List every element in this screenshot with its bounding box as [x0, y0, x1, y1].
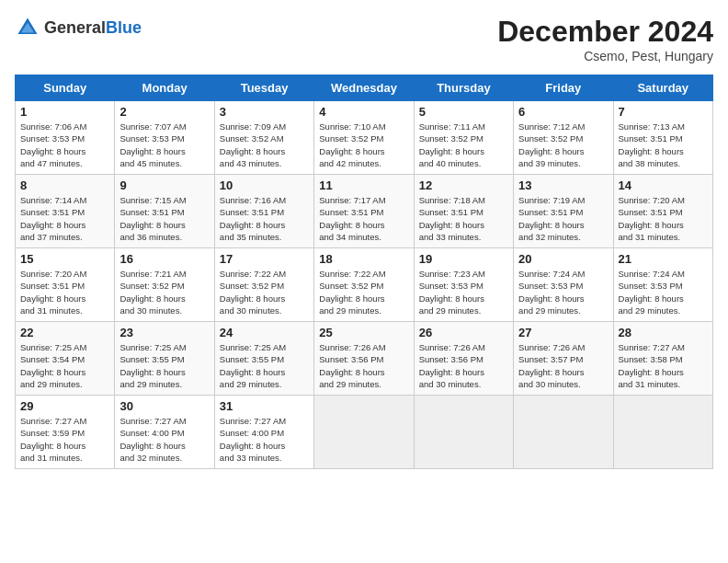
day-number-6: 6	[518, 105, 608, 119]
day-cell-16: 16Sunrise: 7:21 AMSunset: 3:52 PMDayligh…	[115, 248, 214, 322]
logo-blue-text: Blue	[106, 18, 142, 37]
day-info-1: Sunrise: 7:06 AMSunset: 3:53 PMDaylight:…	[20, 121, 109, 169]
day-number-10: 10	[220, 178, 309, 192]
day-number-20: 20	[518, 252, 608, 266]
logo-general-text: General	[44, 18, 106, 37]
week-row-4: 22Sunrise: 7:25 AMSunset: 3:54 PMDayligh…	[16, 322, 713, 396]
day-number-19: 19	[419, 252, 508, 266]
empty-cell	[613, 396, 712, 469]
day-number-18: 18	[319, 252, 408, 266]
day-info-25: Sunrise: 7:26 AMSunset: 3:56 PMDaylight:…	[319, 341, 408, 390]
day-cell-18: 18Sunrise: 7:22 AMSunset: 3:52 PMDayligh…	[314, 248, 414, 322]
day-number-16: 16	[119, 252, 209, 266]
col-wednesday: Wednesday	[314, 75, 414, 101]
day-cell-23: 23Sunrise: 7:25 AMSunset: 3:55 PMDayligh…	[115, 322, 214, 396]
col-thursday: Thursday	[414, 75, 513, 101]
day-cell-27: 27Sunrise: 7:26 AMSunset: 3:57 PMDayligh…	[514, 322, 613, 396]
day-cell-2: 2Sunrise: 7:07 AMSunset: 3:53 PMDaylight…	[115, 101, 214, 175]
day-cell-14: 14Sunrise: 7:20 AMSunset: 3:51 PMDayligh…	[613, 175, 712, 248]
day-number-21: 21	[619, 252, 708, 266]
day-number-15: 15	[20, 252, 109, 266]
day-info-2: Sunrise: 7:07 AMSunset: 3:53 PMDaylight:…	[119, 121, 209, 169]
day-number-7: 7	[619, 105, 708, 119]
day-cell-12: 12Sunrise: 7:18 AMSunset: 3:51 PMDayligh…	[414, 175, 513, 248]
day-cell-30: 30Sunrise: 7:27 AMSunset: 4:00 PMDayligh…	[115, 396, 214, 469]
day-info-16: Sunrise: 7:21 AMSunset: 3:52 PMDaylight:…	[119, 268, 209, 316]
day-cell-15: 15Sunrise: 7:20 AMSunset: 3:51 PMDayligh…	[16, 248, 115, 322]
logo-icon	[15, 15, 40, 40]
day-number-25: 25	[319, 326, 408, 339]
day-number-30: 30	[119, 399, 209, 413]
day-cell-20: 20Sunrise: 7:24 AMSunset: 3:53 PMDayligh…	[514, 248, 613, 322]
day-info-5: Sunrise: 7:11 AMSunset: 3:52 PMDaylight:…	[419, 121, 508, 169]
day-number-4: 4	[319, 105, 408, 119]
empty-cell	[314, 396, 414, 469]
day-number-24: 24	[220, 326, 309, 339]
page-header: GeneralBlue December 2024 Csemo, Pest, H…	[15, 15, 713, 63]
day-number-11: 11	[319, 178, 408, 192]
day-number-12: 12	[419, 178, 508, 192]
day-number-2: 2	[119, 105, 209, 119]
day-info-22: Sunrise: 7:25 AMSunset: 3:54 PMDaylight:…	[20, 341, 109, 390]
day-info-7: Sunrise: 7:13 AMSunset: 3:51 PMDaylight:…	[619, 121, 708, 169]
day-info-27: Sunrise: 7:26 AMSunset: 3:57 PMDaylight:…	[518, 341, 608, 390]
day-info-8: Sunrise: 7:14 AMSunset: 3:51 PMDaylight:…	[20, 194, 109, 243]
title-block: December 2024 Csemo, Pest, Hungary	[497, 15, 713, 63]
day-info-17: Sunrise: 7:22 AMSunset: 3:52 PMDaylight:…	[220, 268, 309, 316]
day-number-14: 14	[619, 178, 708, 192]
day-info-23: Sunrise: 7:25 AMSunset: 3:55 PMDaylight:…	[119, 341, 209, 390]
day-number-27: 27	[518, 326, 608, 339]
day-info-20: Sunrise: 7:24 AMSunset: 3:53 PMDaylight:…	[518, 268, 608, 316]
day-number-23: 23	[119, 326, 209, 339]
day-number-13: 13	[518, 178, 608, 192]
day-cell-22: 22Sunrise: 7:25 AMSunset: 3:54 PMDayligh…	[16, 322, 115, 396]
day-cell-31: 31Sunrise: 7:27 AMSunset: 4:00 PMDayligh…	[214, 396, 313, 469]
day-info-24: Sunrise: 7:25 AMSunset: 3:55 PMDaylight:…	[220, 341, 309, 390]
day-info-3: Sunrise: 7:09 AMSunset: 3:52 AMDaylight:…	[220, 121, 309, 169]
col-tuesday: Tuesday	[214, 75, 313, 101]
calendar-table: Sunday Monday Tuesday Wednesday Thursday…	[15, 75, 713, 469]
week-row-2: 8Sunrise: 7:14 AMSunset: 3:51 PMDaylight…	[16, 175, 713, 248]
day-cell-13: 13Sunrise: 7:19 AMSunset: 3:51 PMDayligh…	[514, 175, 613, 248]
day-info-15: Sunrise: 7:20 AMSunset: 3:51 PMDaylight:…	[20, 268, 109, 316]
day-info-18: Sunrise: 7:22 AMSunset: 3:52 PMDaylight:…	[319, 268, 408, 316]
day-info-26: Sunrise: 7:26 AMSunset: 3:56 PMDaylight:…	[419, 341, 508, 390]
day-info-9: Sunrise: 7:15 AMSunset: 3:51 PMDaylight:…	[119, 194, 209, 243]
week-row-1: 1Sunrise: 7:06 AMSunset: 3:53 PMDaylight…	[16, 101, 713, 175]
logo: GeneralBlue	[15, 15, 142, 40]
calendar-header-row: Sunday Monday Tuesday Wednesday Thursday…	[16, 75, 713, 101]
day-number-28: 28	[619, 326, 708, 339]
day-info-28: Sunrise: 7:27 AMSunset: 3:58 PMDaylight:…	[619, 341, 708, 390]
day-number-22: 22	[20, 326, 109, 339]
week-row-5: 29Sunrise: 7:27 AMSunset: 3:59 PMDayligh…	[16, 396, 713, 469]
col-saturday: Saturday	[613, 75, 712, 101]
day-number-5: 5	[419, 105, 508, 119]
day-info-19: Sunrise: 7:23 AMSunset: 3:53 PMDaylight:…	[419, 268, 508, 316]
day-cell-1: 1Sunrise: 7:06 AMSunset: 3:53 PMDaylight…	[16, 101, 115, 175]
day-cell-3: 3Sunrise: 7:09 AMSunset: 3:52 AMDaylight…	[214, 101, 313, 175]
day-cell-9: 9Sunrise: 7:15 AMSunset: 3:51 PMDaylight…	[115, 175, 214, 248]
day-info-31: Sunrise: 7:27 AMSunset: 4:00 PMDaylight:…	[220, 415, 309, 464]
day-cell-29: 29Sunrise: 7:27 AMSunset: 3:59 PMDayligh…	[16, 396, 115, 469]
month-title: December 2024	[497, 15, 713, 49]
day-number-26: 26	[419, 326, 508, 339]
day-number-9: 9	[119, 178, 209, 192]
day-cell-8: 8Sunrise: 7:14 AMSunset: 3:51 PMDaylight…	[16, 175, 115, 248]
day-info-11: Sunrise: 7:17 AMSunset: 3:51 PMDaylight:…	[319, 194, 408, 243]
day-number-31: 31	[220, 399, 309, 413]
col-sunday: Sunday	[16, 75, 115, 101]
day-cell-28: 28Sunrise: 7:27 AMSunset: 3:58 PMDayligh…	[613, 322, 712, 396]
day-number-17: 17	[220, 252, 309, 266]
day-info-13: Sunrise: 7:19 AMSunset: 3:51 PMDaylight:…	[518, 194, 608, 243]
day-info-14: Sunrise: 7:20 AMSunset: 3:51 PMDaylight:…	[619, 194, 708, 243]
day-cell-26: 26Sunrise: 7:26 AMSunset: 3:56 PMDayligh…	[414, 322, 513, 396]
day-number-3: 3	[220, 105, 309, 119]
day-cell-24: 24Sunrise: 7:25 AMSunset: 3:55 PMDayligh…	[214, 322, 313, 396]
day-cell-19: 19Sunrise: 7:23 AMSunset: 3:53 PMDayligh…	[414, 248, 513, 322]
col-friday: Friday	[514, 75, 613, 101]
day-cell-7: 7Sunrise: 7:13 AMSunset: 3:51 PMDaylight…	[613, 101, 712, 175]
day-info-6: Sunrise: 7:12 AMSunset: 3:52 PMDaylight:…	[518, 121, 608, 169]
day-info-12: Sunrise: 7:18 AMSunset: 3:51 PMDaylight:…	[419, 194, 508, 243]
empty-cell	[514, 396, 613, 469]
day-info-4: Sunrise: 7:10 AMSunset: 3:52 PMDaylight:…	[319, 121, 408, 169]
